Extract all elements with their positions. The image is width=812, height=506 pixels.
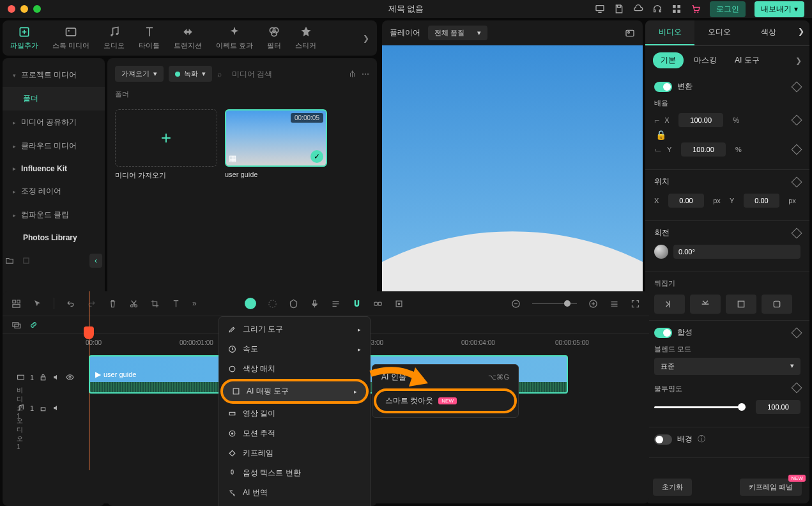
sidebar-cloud-media[interactable]: ▸클라우드 미디어 — [3, 134, 105, 158]
new-bin-icon[interactable] — [22, 256, 31, 265]
sidebar-photos-library[interactable]: Photos Library — [3, 227, 105, 249]
link-clips-icon[interactable] — [373, 299, 383, 309]
fit-icon[interactable] — [631, 299, 640, 309]
filter-icon[interactable]: ⫛ — [349, 70, 356, 79]
scale-y-input[interactable] — [681, 142, 726, 157]
opacity-input[interactable] — [756, 400, 801, 414]
text-icon[interactable] — [171, 299, 181, 309]
tab-add-file[interactable]: 파일추가 — [10, 26, 38, 50]
export-button[interactable]: 내보내기 ▾ — [755, 1, 804, 17]
layout-icon[interactable] — [11, 299, 21, 309]
tab-audio[interactable]: 오디오 — [103, 26, 125, 50]
lock-icon[interactable] — [39, 404, 47, 412]
login-button[interactable]: 로그인 — [710, 1, 746, 17]
background-toggle[interactable] — [654, 434, 672, 445]
save-icon[interactable] — [614, 4, 624, 14]
more-icon[interactable]: ⋯ — [362, 70, 369, 79]
subtab-masking[interactable]: 마스킹 — [686, 52, 724, 68]
keyframe-icon[interactable] — [792, 383, 802, 394]
sidebar-share-media[interactable]: ▸미디어 공유하기 — [3, 111, 105, 134]
cursor-icon[interactable] — [33, 299, 42, 309]
mute-icon[interactable] — [52, 404, 61, 412]
record-dropdown[interactable]: 녹화 ▾ — [169, 66, 212, 82]
tab-effects[interactable]: 이펙트 효과 — [216, 26, 253, 50]
delete-icon[interactable] — [108, 299, 118, 309]
info-icon[interactable]: ⓘ — [698, 434, 705, 445]
lock-icon[interactable] — [39, 373, 47, 381]
timeline-link-icon[interactable] — [29, 320, 38, 330]
keyframe-icon[interactable] — [792, 115, 802, 126]
cart-icon[interactable] — [691, 4, 701, 14]
close-window[interactable] — [8, 5, 15, 13]
rotation-input[interactable] — [673, 245, 801, 259]
undo-icon[interactable] — [66, 299, 75, 309]
reset-button[interactable]: 초기화 — [653, 479, 692, 496]
ctx-ai-translate[interactable]: AI 번역 — [219, 483, 370, 503]
track-height-icon[interactable] — [609, 299, 619, 309]
zoom-in-icon[interactable] — [588, 299, 598, 309]
mute-icon[interactable] — [52, 373, 61, 381]
tabs-more[interactable]: ❯ — [363, 34, 369, 43]
import-dropdown[interactable]: 가져오기 ▾ — [115, 66, 164, 82]
snapshot-icon[interactable] — [625, 28, 635, 38]
ctx-motion-track[interactable]: 모션 추적 — [219, 424, 370, 443]
rotation-dial[interactable] — [654, 245, 668, 259]
import-media-item[interactable]: + 미디어 가져오기 — [115, 109, 217, 180]
media-search-input[interactable] — [227, 67, 344, 81]
more-tools[interactable]: » — [192, 299, 197, 308]
tab-stock-media[interactable]: 스톡 미디어 — [52, 26, 89, 50]
ctx-color-match[interactable]: 색상 매치 — [219, 359, 370, 379]
subtab-basic[interactable]: 기본 — [653, 52, 684, 68]
keyframe-icon[interactable] — [792, 144, 802, 155]
keyframe-panel-button[interactable]: 키프레임 패널 NEW — [740, 479, 802, 496]
quality-dropdown[interactable]: 전체 품질▾ — [428, 26, 487, 40]
keyframe-icon[interactable] — [792, 227, 802, 238]
sidebar-adjust-layer[interactable]: ▸조정 레이어 — [3, 180, 105, 203]
flip-vertical[interactable] — [690, 295, 721, 314]
props-tab-more[interactable]: ❯ — [793, 20, 809, 45]
tab-filter[interactable]: 필터 — [267, 26, 281, 50]
marker-add-icon[interactable] — [394, 299, 404, 309]
ctx-drawing[interactable]: 그리기 도구▸ — [219, 319, 370, 339]
zoom-slider[interactable] — [532, 303, 577, 304]
cut-icon[interactable] — [129, 299, 139, 309]
link-icon[interactable]: 🔒 — [655, 130, 666, 140]
opacity-slider[interactable] — [654, 406, 746, 408]
new-folder-icon[interactable] — [5, 256, 14, 265]
headset-icon[interactable] — [652, 4, 663, 14]
sidebar-influence-kit[interactable]: ▸Influence Kit — [3, 158, 105, 180]
ai-icon[interactable] — [245, 298, 256, 309]
blend-mode-select[interactable]: 표준▾ — [654, 358, 801, 375]
magnet-icon[interactable] — [352, 299, 362, 309]
sidebar-compound-clip[interactable]: ▸컴파운드 클립 — [3, 203, 105, 227]
crop-icon[interactable] — [150, 299, 160, 309]
scale-x-input[interactable] — [678, 113, 723, 127]
ctx-video-length[interactable]: 영상 길이 — [219, 404, 370, 424]
maximize-window[interactable] — [33, 5, 41, 13]
ctx-ai-mapping[interactable]: AI 매핑 도구▸ — [220, 379, 369, 404]
ctx-speed[interactable]: 속도▸ — [219, 339, 370, 359]
visibility-icon[interactable] — [66, 373, 74, 381]
cloud-icon[interactable] — [633, 4, 643, 14]
pos-y-input[interactable] — [744, 194, 779, 208]
props-tab-color[interactable]: 색상 — [744, 20, 793, 45]
sidebar-folder[interactable]: 폴더 — [3, 87, 105, 111]
tab-title[interactable]: 타이틀 — [139, 26, 160, 50]
keyframe-icon[interactable] — [792, 81, 802, 92]
sidebar-project-media[interactable]: ▾프로젝트 미디어 — [3, 63, 105, 87]
ctx-keyframe[interactable]: 키프레임 — [219, 443, 370, 463]
video-track-header[interactable]: 1 — [17, 373, 74, 381]
keyframe-icon[interactable] — [792, 327, 802, 338]
flip-reset-1[interactable] — [726, 295, 756, 314]
marker-icon[interactable] — [289, 299, 298, 309]
tab-sticker[interactable]: 스티커 — [295, 26, 316, 50]
flip-horizontal[interactable] — [654, 295, 685, 314]
props-tab-audio[interactable]: 오디오 — [694, 20, 744, 45]
speed-icon[interactable] — [268, 299, 277, 309]
pos-x-input[interactable] — [668, 194, 704, 208]
ctx-voice-to-text[interactable]: 음성 텍스트 변환 — [219, 463, 370, 483]
collapse-sidebar[interactable]: ‹ — [89, 254, 102, 268]
chevron-right-icon[interactable]: ❯ — [795, 56, 802, 65]
zoom-out-icon[interactable] — [511, 299, 521, 309]
list-icon[interactable] — [331, 299, 341, 309]
